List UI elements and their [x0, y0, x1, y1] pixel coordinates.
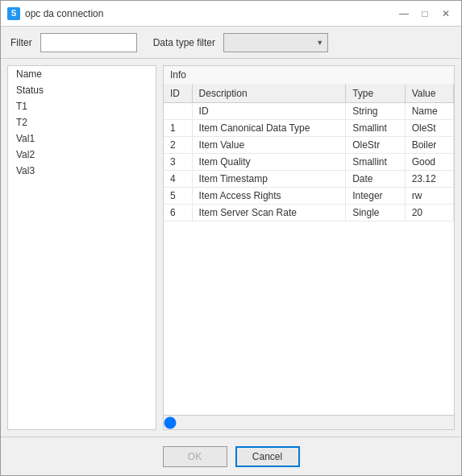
table-cell-description: Item Canonical Data Type — [192, 120, 346, 137]
close-button[interactable]: ✕ — [437, 5, 455, 23]
table-header-value: Value — [405, 85, 453, 103]
table-header-id: ID — [164, 85, 192, 103]
table-cell-id: 6 — [164, 205, 192, 221]
table-cell-type: String — [346, 103, 405, 120]
table-cell-value: rw — [405, 188, 453, 205]
filter-label: Filter — [10, 37, 32, 48]
table-cell-description: Item Quality — [192, 154, 346, 171]
main-window: S opc da connection — □ ✕ Filter Data ty… — [0, 0, 462, 476]
table-cell-value: Name — [405, 103, 453, 120]
maximize-button[interactable]: □ — [416, 5, 434, 23]
table-cell-value: Boiler — [405, 137, 453, 154]
table-header-row: IDDescriptionTypeValue — [164, 85, 454, 103]
table-cell-description: Item Value — [192, 137, 346, 154]
content-area: NameStatusT1T2Val1Val2Val3 Info IDDescri… — [1, 59, 461, 437]
main-panel: Info IDDescriptionTypeValue IDStringName… — [163, 65, 455, 430]
table-cell-id: 3 — [164, 154, 192, 171]
title-bar: S opc da connection — □ ✕ — [1, 1, 461, 27]
table-cell-value: 20 — [405, 205, 453, 221]
table-cell-description: Item Timestamp — [192, 171, 346, 188]
table-container[interactable]: IDDescriptionTypeValue IDStringName1Item… — [164, 85, 454, 415]
minimize-button[interactable]: — — [395, 5, 413, 23]
table-header-description: Description — [192, 85, 346, 103]
datatype-select-wrapper: String Integer Float Boolean — [223, 33, 328, 52]
footer: OK Cancel — [1, 437, 461, 475]
sidebar-item[interactable]: T1 — [8, 98, 156, 114]
table-row[interactable]: 3Item QualitySmallintGood — [164, 154, 454, 171]
ok-button[interactable]: OK — [163, 446, 227, 467]
table-row[interactable]: 5Item Access RightsIntegerrw — [164, 188, 454, 205]
table-cell-id — [164, 103, 192, 120]
table-cell-id: 1 — [164, 120, 192, 137]
sidebar-item[interactable]: Name — [8, 66, 156, 82]
sidebar-item[interactable]: Val3 — [8, 163, 156, 179]
table-row[interactable]: 2Item ValueOleStrBoiler — [164, 137, 454, 154]
table-cell-type: Integer — [346, 188, 405, 205]
datatype-select[interactable]: String Integer Float Boolean — [223, 33, 328, 52]
table-cell-value: 23.12 — [405, 171, 453, 188]
data-table: IDDescriptionTypeValue IDStringName1Item… — [164, 85, 454, 221]
filter-input[interactable] — [40, 33, 137, 52]
table-cell-type: Smallint — [346, 120, 405, 137]
window-title: opc da connection — [25, 8, 103, 19]
table-cell-id: 2 — [164, 137, 192, 154]
table-row[interactable]: 1Item Canonical Data TypeSmallintOleSt — [164, 120, 454, 137]
table-cell-id: 5 — [164, 188, 192, 205]
scrollbar-row — [164, 415, 454, 429]
table-row[interactable]: 4Item TimestampDate23.12 — [164, 171, 454, 188]
title-bar-left: S opc da connection — [7, 7, 103, 20]
table-cell-type: Date — [346, 171, 405, 188]
sidebar-item[interactable]: Val1 — [8, 130, 156, 147]
table-cell-description: Item Server Scan Rate — [192, 205, 346, 221]
table-cell-type: Smallint — [346, 154, 405, 171]
horizontal-scrollbar[interactable] — [164, 417, 454, 428]
title-controls: — □ ✕ — [395, 5, 455, 23]
cancel-button[interactable]: Cancel — [235, 446, 300, 467]
info-header: Info — [164, 66, 454, 85]
sidebar: NameStatusT1T2Val1Val2Val3 — [7, 65, 156, 430]
table-cell-id: 4 — [164, 171, 192, 188]
table-cell-value: OleSt — [405, 120, 453, 137]
app-icon: S — [7, 7, 20, 20]
sidebar-item[interactable]: Val2 — [8, 147, 156, 163]
datatype-filter-label: Data type filter — [153, 37, 215, 48]
sidebar-item[interactable]: Status — [8, 82, 156, 98]
table-row[interactable]: 6Item Server Scan RateSingle20 — [164, 205, 454, 221]
table-cell-description: Item Access Rights — [192, 188, 346, 205]
sidebar-item[interactable]: T2 — [8, 114, 156, 130]
table-row[interactable]: IDStringName — [164, 103, 454, 120]
table-cell-description: ID — [192, 103, 346, 120]
toolbar: Filter Data type filter String Integer F… — [1, 27, 461, 59]
table-body: IDStringName1Item Canonical Data TypeSma… — [164, 103, 454, 221]
table-cell-type: OleStr — [346, 137, 405, 154]
table-cell-type: Single — [346, 205, 405, 221]
table-header-type: Type — [346, 85, 405, 103]
table-cell-value: Good — [405, 154, 453, 171]
